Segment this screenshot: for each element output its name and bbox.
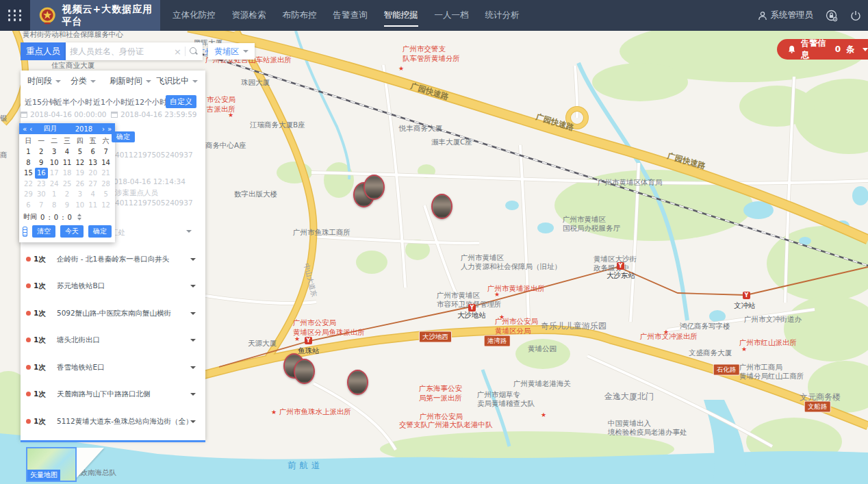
today-button[interactable]: 今天 <box>60 225 84 238</box>
filter-dropdown[interactable]: 时间段 <box>27 75 61 87</box>
calendar-day[interactable]: 14 <box>99 157 112 168</box>
quick-time-button[interactable]: 近15分钟 <box>25 97 57 107</box>
down-arrow-icon[interactable] <box>77 218 81 220</box>
calendar-day[interactable]: 27 <box>86 179 99 190</box>
capture-location-row[interactable]: 1次 企岭街 - 北1巷秦岭东一巷口向井头 <box>21 253 205 267</box>
person-photo-marker[interactable] <box>294 359 315 384</box>
calendar-day[interactable]: 30 <box>35 189 48 200</box>
clear-icon[interactable]: × <box>170 47 185 57</box>
calendar-day[interactable]: 10 <box>73 200 86 211</box>
calendar-day[interactable]: 19 <box>73 168 86 179</box>
clear-button[interactable]: 清空 <box>32 225 55 238</box>
next-month-button[interactable]: › <box>102 125 105 133</box>
calendar-day[interactable]: 6 <box>22 200 35 211</box>
menu-item[interactable]: 立体化防控 <box>173 7 216 24</box>
calendar-day[interactable]: 1 <box>48 189 61 200</box>
capture-location-row[interactable]: 1次 5092蟹山路-中医院东南向蟹山横街 <box>21 307 205 321</box>
calendar-day[interactable]: 11 <box>61 157 74 168</box>
filter-dropdown[interactable]: 刷新时间 <box>110 75 151 87</box>
calendar-confirm-button[interactable]: 确定 <box>112 131 135 142</box>
expand-caret-icon[interactable] <box>190 312 196 315</box>
quick-time-button[interactable]: 近半个小时 <box>55 97 92 107</box>
calendar-day[interactable]: 17 <box>48 168 61 179</box>
prev-year-button[interactable]: « <box>23 125 27 133</box>
calendar-day[interactable]: 9 <box>35 157 48 168</box>
calendar-day[interactable]: 21 <box>99 168 112 179</box>
menu-item[interactable]: 统计分析 <box>485 7 520 24</box>
calendar-day[interactable]: 26 <box>73 179 86 190</box>
calendar-day[interactable]: 5 <box>99 189 112 200</box>
menu-item[interactable]: 告警查询 <box>333 7 368 24</box>
calendar-day[interactable]: 15 <box>22 168 35 179</box>
calendar-view-button[interactable] <box>23 227 27 237</box>
capture-location-row[interactable]: 1次 天麓南路与山下中路路口北侧 <box>21 388 205 402</box>
tab-key-persons[interactable]: 重点人员 <box>21 42 66 60</box>
confirm-button[interactable]: 确定 <box>88 225 112 238</box>
person-photo-marker[interactable] <box>363 175 385 200</box>
calendar-day[interactable]: 3 <box>73 189 86 200</box>
quick-time-button[interactable]: 近1个小时 <box>93 97 128 107</box>
capture-location-row[interactable]: 1次 塘头北街出口 <box>21 334 205 348</box>
calendar-day[interactable]: 7 <box>35 200 48 211</box>
time-stepper[interactable] <box>77 214 81 220</box>
next-year-button[interactable]: » <box>107 125 112 133</box>
calendar-day[interactable]: 24 <box>48 179 61 190</box>
hour-value[interactable]: 0 <box>40 214 44 221</box>
calendar-day[interactable]: 2 <box>35 147 48 157</box>
second-value[interactable]: 0 <box>68 214 72 221</box>
logout-button[interactable] <box>850 10 861 21</box>
search-input[interactable]: 搜人员姓名、身份证 <box>70 46 170 58</box>
prev-month-button[interactable]: ‹ <box>29 125 32 133</box>
menu-item[interactable]: 一人一档 <box>435 7 469 24</box>
expand-caret-icon[interactable] <box>190 420 196 423</box>
capture-location-row[interactable]: 1次 香雪地铁站E口 <box>21 361 205 375</box>
menu-item[interactable]: 资源检索 <box>232 7 266 24</box>
search-icon[interactable] <box>189 47 199 56</box>
minimap[interactable]: 矢量地图 <box>26 447 77 482</box>
calendar-day[interactable]: 29 <box>22 189 35 200</box>
calendar-day[interactable]: 23 <box>35 179 48 190</box>
calendar-day[interactable]: 13 <box>86 157 99 168</box>
expand-caret-icon[interactable] <box>190 285 196 288</box>
alert-bar[interactable]: 告警信息 0 条 <box>777 39 868 60</box>
up-arrow-icon[interactable] <box>77 214 81 216</box>
capture-location-row[interactable]: 1次 5112黄埔大道东-鱼珠总站向海边街（全） <box>21 416 205 429</box>
calendar-day[interactable]: 4 <box>86 189 99 200</box>
minute-value[interactable]: 0 <box>54 214 58 221</box>
calendar-day[interactable]: 8 <box>48 200 61 211</box>
calendar-day[interactable]: 28 <box>99 179 112 190</box>
calendar-day[interactable]: 25 <box>61 179 74 190</box>
calendar-day[interactable]: 9 <box>61 200 74 211</box>
date-from-field[interactable]: 2018-04-16 00:00:00 <box>21 110 107 118</box>
calendar-day[interactable]: 2 <box>61 189 74 200</box>
calendar-day[interactable]: 18 <box>61 168 74 179</box>
calendar-day[interactable]: 6 <box>86 147 99 157</box>
month-label[interactable]: 四月 <box>35 124 66 133</box>
menu-item[interactable]: 智能挖掘 <box>384 7 418 24</box>
calendar-day[interactable]: 5 <box>73 147 86 157</box>
date-to-field[interactable]: 2018-04-16 23:59:59 <box>111 110 197 118</box>
calendar-day[interactable]: 12 <box>73 157 86 168</box>
calendar-day[interactable]: 12 <box>99 200 112 211</box>
calendar-day[interactable]: 22 <box>22 179 35 190</box>
person-photo-marker[interactable] <box>347 370 368 395</box>
calendar-day[interactable]: 16 <box>35 168 48 179</box>
calendar-day[interactable]: 11 <box>86 200 99 211</box>
calendar-day[interactable]: 3 <box>48 147 61 157</box>
app-grid-button[interactable] <box>0 0 30 31</box>
person-photo-marker[interactable] <box>431 194 452 219</box>
year-label[interactable]: 2018 <box>68 125 99 133</box>
filter-dropdown[interactable]: 飞识比中 <box>156 75 198 87</box>
expand-caret-icon[interactable] <box>190 393 196 396</box>
expand-caret-icon[interactable] <box>190 339 196 342</box>
district-select[interactable]: 黄埔区 <box>208 43 255 60</box>
expand-caret-icon[interactable] <box>190 366 196 369</box>
calendar-day[interactable]: 7 <box>99 147 112 157</box>
expand-caret-icon[interactable] <box>190 258 196 261</box>
menu-item[interactable]: 布防布控 <box>283 7 317 24</box>
calendar-day[interactable]: 4 <box>61 147 74 157</box>
quick-time-button[interactable]: 自定义 <box>166 95 196 108</box>
user-menu[interactable]: 系统管理员 <box>758 10 814 21</box>
calendar-day[interactable]: 20 <box>86 168 99 179</box>
person-search-box[interactable]: 搜人员姓名、身份证 × <box>66 42 203 60</box>
